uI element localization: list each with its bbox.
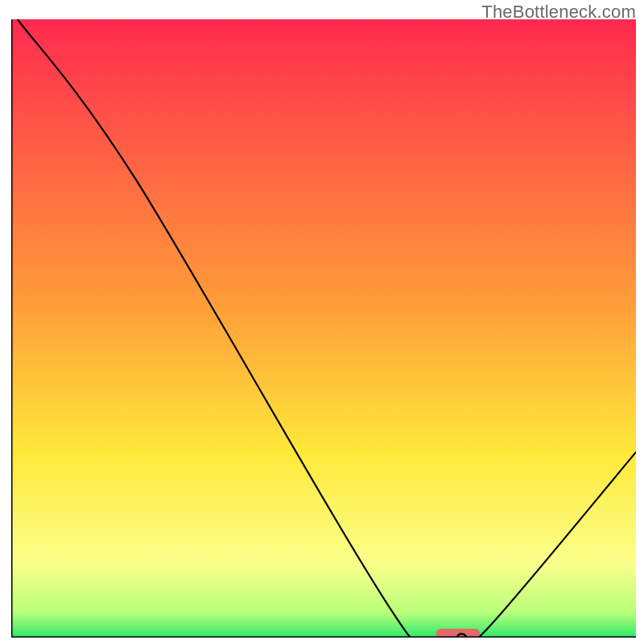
gradient-background: [11, 19, 636, 638]
watermark-text: TheBottleneck.com: [481, 2, 636, 23]
plot-area: [11, 19, 636, 638]
chart-svg: [11, 19, 636, 638]
chart-frame: TheBottleneck.com: [0, 0, 644, 644]
